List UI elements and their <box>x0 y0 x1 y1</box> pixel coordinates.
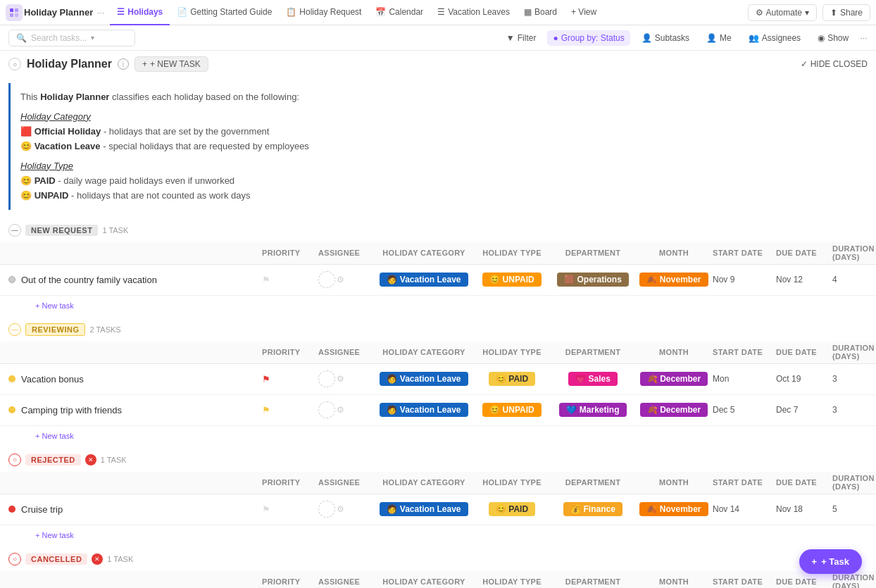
holiday-category-tag[interactable]: 🧑 Vacation Leave <box>380 502 468 516</box>
month-cell: 🍂 December <box>635 403 713 417</box>
collapse-rejected-btn[interactable]: ○ <box>8 453 21 466</box>
col-hcat-header: HOLIDAY CATEGORY <box>375 478 473 487</box>
search-icon: 🔍 <box>16 33 27 43</box>
subtasks-button[interactable]: 👤 Subtasks <box>636 30 695 46</box>
col-priority-header: PRIORITY <box>262 348 318 356</box>
holiday-type-cell: 😊 UNPAID <box>473 273 551 287</box>
col-month-header: MONTH <box>635 249 713 257</box>
holiday-category-cell: 🧑 Vacation Leave <box>375 403 473 417</box>
col-assignee-header: ASSIGNEE <box>318 577 375 586</box>
gear-icon: ⚙ <box>337 504 344 514</box>
month-tag[interactable]: 🍂 November <box>639 273 708 287</box>
toolbar-actions: ▼ Filter ● Group by: Status 👤 Subtasks 👤… <box>501 30 868 46</box>
automate-icon: ⚙ <box>756 8 763 18</box>
tab-holiday-request[interactable]: 📋 Holiday Request <box>279 0 368 25</box>
add-task-rejected: + New task <box>0 525 876 544</box>
svg-rect-2 <box>10 13 13 17</box>
col-hcat-header: HOLIDAY CATEGORY <box>375 249 473 257</box>
task-name[interactable]: Vacation bonus <box>21 374 84 384</box>
avatar <box>318 401 335 418</box>
holiday-type-tag[interactable]: 😊 PAID <box>489 372 535 386</box>
task-name[interactable]: Cruise trip <box>21 504 63 515</box>
tab-holidays[interactable]: ☰ Holidays <box>110 0 170 25</box>
holiday-category-tag[interactable]: 🧑 Vacation Leave <box>380 273 468 287</box>
month-tag[interactable]: 🍂 December <box>640 403 708 417</box>
search-input[interactable]: 🔍 Search tasks... ▾ <box>8 30 135 46</box>
col-start-header: START DATE <box>713 249 776 257</box>
priority-cell: ⚑ <box>262 405 318 415</box>
task-name[interactable]: Out of the country family vacation <box>21 275 157 285</box>
app-icon <box>6 4 23 21</box>
department-cell: 🟫 Operations <box>551 273 635 287</box>
task-status-dot <box>8 375 15 382</box>
plus-view-btn[interactable]: + View <box>564 0 603 25</box>
department-tag[interactable]: 💰 Finance <box>563 502 622 516</box>
holiday-category-tag[interactable]: 🧑 Vacation Leave <box>380 372 468 386</box>
priority-cell: ⚑ <box>262 275 318 285</box>
table-row: Cruise trip ⚑ ⚙ 🧑 Vacation Leave 😊 PAID … <box>0 494 876 525</box>
section-rejected: ○ REJECTED ✕ 1 TASK PRIORITY ASSIGNEE HO… <box>0 448 876 544</box>
new-request-label: NEW REQUEST <box>25 225 98 236</box>
col-priority-header: PRIORITY <box>262 478 318 487</box>
department-tag[interactable]: 🟫 Operations <box>557 273 629 287</box>
department-tag[interactable]: 💗 Sales <box>568 372 618 386</box>
col-hcat-header: HOLIDAY CATEGORY <box>375 577 473 586</box>
due-date-cell: Oct 19 <box>776 374 832 384</box>
add-task-fab[interactable]: + + Task <box>799 549 862 574</box>
table-row: Camping trip with friends ⚑ ⚙ 🧑 Vacation… <box>0 395 876 426</box>
tab-calendar[interactable]: 📅 Calendar <box>368 0 430 25</box>
holiday-category-tag[interactable]: 🧑 Vacation Leave <box>380 403 468 417</box>
tab-getting-started[interactable]: 📄 Getting Started Guide <box>170 0 279 25</box>
holiday-type-tag[interactable]: 😊 PAID <box>489 502 535 516</box>
avatar <box>318 370 335 387</box>
duration-cell: 5 <box>832 504 868 514</box>
info-icon[interactable]: i <box>118 58 129 70</box>
department-tag[interactable]: 💙 Marketing <box>559 403 626 417</box>
collapse-new-request-btn[interactable]: — <box>8 224 21 237</box>
assignees-icon: 👥 <box>749 33 759 43</box>
add-task-btn[interactable]: + New task <box>30 429 80 443</box>
assignees-button[interactable]: 👥 Assignees <box>743 30 806 46</box>
holiday-type-tag[interactable]: 😊 UNPAID <box>482 403 541 417</box>
share-button[interactable]: ⬆ Share <box>822 4 870 21</box>
tab-board[interactable]: ▦ Board <box>517 0 564 25</box>
col-priority-header: PRIORITY <box>262 577 318 586</box>
col-month-header: MONTH <box>635 478 713 487</box>
col-dept-header: DEPARTMENT <box>551 249 635 257</box>
section-new-request: — NEW REQUEST 1 TASK PRIORITY ASSIGNEE H… <box>0 218 876 315</box>
col-htype-header: HOLIDAY TYPE <box>473 348 551 356</box>
page-title: Holiday Planner <box>27 58 112 70</box>
share-icon: ⬆ <box>830 8 837 18</box>
filter-button[interactable]: ▼ Filter <box>501 30 542 46</box>
table-row: Out of the country family vacation ⚑ ⚙ 🧑… <box>0 265 876 296</box>
collapse-cancelled-btn[interactable]: ○ <box>8 553 21 565</box>
collapse-planner-btn[interactable]: ○ <box>8 58 21 70</box>
tab-vacation-leaves[interactable]: ☰ Vacation Leaves <box>430 0 517 25</box>
task-name[interactable]: Camping trip with friends <box>21 405 122 415</box>
holiday-type-tag[interactable]: 😊 UNPAID <box>482 273 541 287</box>
app-menu-dots[interactable]: ··· <box>97 8 104 18</box>
show-button[interactable]: ◉ Show <box>812 30 854 46</box>
section-reviewing-header: — REVIEWING 2 TASKS <box>0 318 876 342</box>
month-cell: 🍂 December <box>635 372 713 386</box>
add-task-btn[interactable]: + New task <box>30 299 80 313</box>
col-due-header: DUE DATE <box>776 348 832 356</box>
cancelled-task-count: 1 TASK <box>107 555 133 563</box>
col-month-header: MONTH <box>635 348 713 356</box>
hide-closed-button[interactable]: ✓ HIDE CLOSED <box>801 59 868 69</box>
col-month-header: MONTH <box>635 577 713 586</box>
month-tag[interactable]: 🍂 December <box>640 372 708 386</box>
toolbar-more-icon[interactable]: ··· <box>860 32 868 43</box>
start-date-cell: Mon <box>713 374 776 384</box>
automate-button[interactable]: ⚙ Automate ▾ <box>748 4 817 21</box>
new-task-header-button[interactable]: + + NEW TASK <box>134 56 208 72</box>
collapse-reviewing-btn[interactable]: — <box>8 323 21 336</box>
me-button[interactable]: 👤 Me <box>701 30 737 46</box>
group-by-button[interactable]: ● Group by: Status <box>547 30 630 46</box>
assignee-cell: ⚙ <box>318 501 375 518</box>
month-tag[interactable]: 🍂 November <box>639 502 708 516</box>
cancelled-icon: ✕ <box>92 553 103 565</box>
duration-cell: 3 <box>832 374 868 384</box>
add-task-btn[interactable]: + New task <box>30 528 80 542</box>
task-name-cell: Out of the country family vacation <box>8 275 262 285</box>
